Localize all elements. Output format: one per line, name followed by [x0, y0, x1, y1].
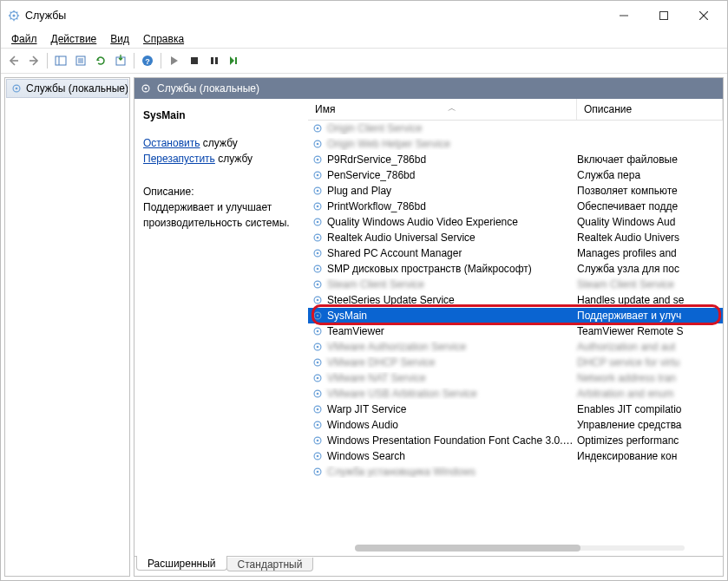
stop-service-button[interactable]	[185, 51, 204, 70]
service-row[interactable]: Steam Client ServiceSteam Client Service	[308, 277, 723, 292]
back-button[interactable]	[4, 51, 23, 70]
service-name: Realtek Audio Universal Service	[327, 232, 475, 244]
export-button[interactable]	[111, 51, 130, 70]
service-name: TeamViewer	[327, 325, 384, 337]
gear-icon	[312, 341, 324, 353]
gear-icon	[312, 247, 324, 259]
service-description: TeamViewer Remote S	[574, 325, 719, 337]
service-description: Handles update and se	[574, 294, 719, 306]
service-name: Служба установщика Windows	[327, 466, 475, 478]
service-row[interactable]: Shared PC Account ManagerManages profile…	[308, 245, 723, 261]
service-row[interactable]: Origin Client Service	[308, 121, 723, 136]
service-name: Windows Audio	[327, 419, 398, 431]
minimize-button[interactable]	[604, 3, 644, 29]
gear-icon	[312, 232, 324, 244]
svg-point-52	[317, 268, 319, 271]
services-list[interactable]: Origin Client ServiceOrigin Web Helper S…	[308, 121, 723, 542]
service-name: Windows Search	[327, 450, 405, 462]
svg-point-30	[16, 88, 18, 90]
column-header-name[interactable]: Имя ︿	[308, 99, 577, 120]
service-row[interactable]: P9RdrService_786bdВключает файловые	[308, 152, 723, 167]
svg-point-76	[317, 455, 319, 458]
help-button[interactable]: ?	[138, 51, 157, 70]
service-name: PrintWorkflow_786bd	[327, 200, 426, 212]
menu-view[interactable]: Вид	[103, 31, 136, 47]
service-description: Realtek Audio Univers	[574, 232, 719, 244]
window-icon	[8, 10, 20, 22]
svg-point-68	[317, 393, 319, 395]
column-header-description[interactable]: Описание	[577, 99, 723, 120]
service-row[interactable]: Realtek Audio Universal ServiceRealtek A…	[308, 230, 723, 245]
tab-extended[interactable]: Расширенный	[136, 556, 227, 571]
svg-point-58	[317, 315, 319, 317]
maximize-button[interactable]	[644, 3, 684, 29]
service-name: VMware DHCP Service	[327, 356, 435, 369]
service-row[interactable]: SMP дисковых пространств (Майкрософт)Слу…	[308, 261, 723, 277]
pause-service-button[interactable]	[205, 51, 224, 70]
gear-icon	[312, 434, 324, 447]
service-row[interactable]: Plug and PlayПозволяет компьюте	[308, 183, 723, 199]
svg-rect-26	[211, 57, 213, 64]
service-row[interactable]: Windows AudioУправление средства	[308, 417, 723, 433]
svg-point-36	[317, 143, 319, 146]
service-name: VMware USB Arbitration Service	[327, 388, 477, 400]
service-name: P9RdrService_786bd	[327, 153, 426, 166]
tree-item-services-local[interactable]: Службы (локальные)	[6, 79, 128, 98]
show-hide-tree-button[interactable]	[51, 51, 70, 70]
service-description: Enables JIT compilatio	[574, 403, 719, 415]
close-button[interactable]	[684, 3, 724, 29]
service-row[interactable]: SteelSeries Update ServiceHandles update…	[308, 292, 723, 308]
tab-standard[interactable]: Стандартный	[226, 558, 314, 571]
svg-rect-11	[660, 12, 668, 20]
service-row[interactable]: Origin Web Helper Service	[308, 136, 723, 152]
menu-file[interactable]: Файл	[4, 31, 44, 47]
stop-service-suffix: службу	[200, 137, 238, 149]
service-row[interactable]: SysMainПоддерживает и улуч	[308, 308, 723, 323]
svg-point-78	[317, 471, 319, 473]
svg-rect-27	[215, 57, 218, 64]
service-row[interactable]: Служба установщика Windows	[308, 464, 723, 480]
svg-point-40	[317, 174, 319, 177]
service-description: DHCP service for virtu	[574, 356, 719, 369]
service-row[interactable]: Quality Windows Audio Video ExperienceQu…	[308, 214, 723, 230]
forward-button[interactable]	[24, 51, 43, 70]
service-row[interactable]: VMware Authorization ServiceAuthorizatio…	[308, 339, 723, 355]
svg-point-62	[317, 346, 319, 349]
service-description: Поддерживает и улуч	[574, 310, 719, 322]
service-name: Origin Web Helper Service	[327, 138, 450, 150]
restart-service-button[interactable]	[225, 51, 244, 70]
service-description: Обеспечивает подде	[574, 200, 719, 212]
service-name: SMP дисковых пространств (Майкрософт)	[327, 263, 532, 275]
service-row[interactable]: Windows Presentation Foundation Font Cac…	[308, 433, 723, 448]
svg-line-6	[10, 12, 11, 13]
service-name: VMware NAT Service	[327, 372, 426, 384]
service-name: VMware Authorization Service	[327, 341, 466, 353]
menu-help[interactable]: Справка	[136, 31, 191, 47]
gear-icon	[312, 450, 324, 462]
refresh-button[interactable]	[91, 51, 110, 70]
properties-button[interactable]	[71, 51, 90, 70]
console-tree[interactable]: Службы (локальные)	[4, 77, 130, 577]
svg-rect-16	[56, 56, 66, 65]
service-row[interactable]: Warp JIT ServiceEnables JIT compilatio	[308, 401, 723, 417]
service-description: Служба пера	[574, 169, 719, 181]
start-service-button[interactable]	[165, 51, 184, 70]
service-row[interactable]: PrintWorkflow_786bdОбеспечивает подде	[308, 199, 723, 214]
stop-service-link[interactable]: Остановить	[143, 137, 200, 149]
service-row[interactable]: TeamViewerTeamViewer Remote S	[308, 323, 723, 339]
horizontal-scrollbar[interactable]	[355, 545, 685, 551]
svg-point-74	[317, 440, 319, 442]
svg-point-50	[317, 252, 319, 255]
scrollbar-thumb[interactable]	[355, 545, 580, 552]
service-row[interactable]: PenService_786bdСлужба пера	[308, 167, 723, 183]
service-row[interactable]: Windows SearchИндексирование кон	[308, 448, 723, 464]
service-row[interactable]: VMware NAT ServiceNetwork address tran	[308, 370, 723, 386]
restart-service-suffix: службу	[215, 153, 253, 165]
service-description: Quality Windows Aud	[574, 216, 719, 228]
restart-service-link[interactable]: Перезапустить	[143, 153, 215, 165]
service-row[interactable]: VMware USB Arbitration ServiceArbitratio…	[308, 386, 723, 401]
window-title: Службы	[25, 10, 66, 22]
service-row[interactable]: VMware DHCP ServiceDHCP service for virt…	[308, 355, 723, 370]
menu-action[interactable]: Действие	[44, 31, 104, 47]
service-description: Позволяет компьюте	[574, 185, 719, 197]
